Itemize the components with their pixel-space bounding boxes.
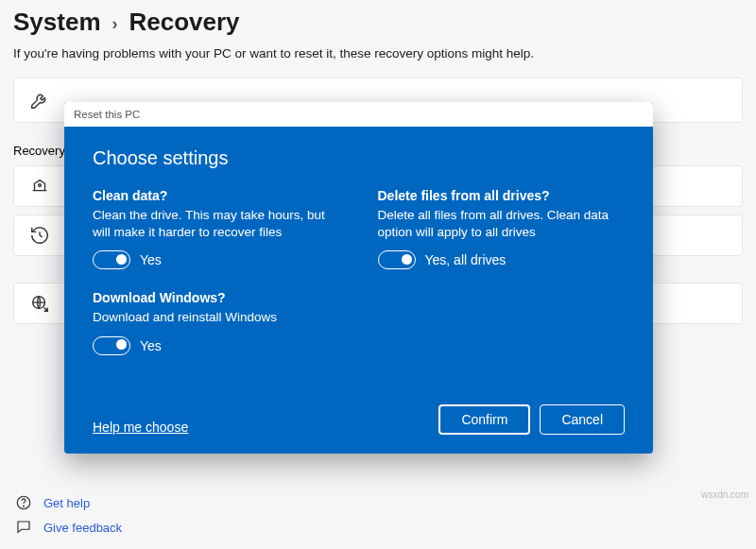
breadcrumb-parent[interactable]: System [13, 8, 101, 37]
dialog-titlebar: Reset this PC [64, 102, 653, 127]
download-toggle-label: Yes [140, 338, 162, 353]
help-icon [15, 494, 32, 511]
feedback-icon [15, 519, 32, 536]
confirm-button[interactable]: Confirm [438, 404, 530, 435]
get-help-link[interactable]: Get help [15, 494, 122, 511]
delete-title: Delete files from all drives? [378, 188, 626, 203]
svg-point-3 [24, 506, 25, 506]
reset-pc-dialog: Reset this PC Choose settings Clean data… [64, 102, 653, 454]
download-title: Download Windows? [93, 290, 340, 305]
delete-desc: Delete all files from all drives. Clean … [378, 207, 626, 241]
footer-links: Get help Give feedback [15, 487, 122, 536]
dialog-heading: Choose settings [93, 147, 625, 169]
clean-data-title: Clean data? [93, 188, 340, 203]
chevron-right-icon: › [112, 14, 118, 34]
history-icon [29, 225, 50, 246]
get-help-label: Get help [43, 496, 90, 510]
delete-toggle-label: Yes, all drives [425, 252, 507, 267]
breadcrumb: System › Recovery [13, 8, 743, 37]
clean-data-toggle-label: Yes [140, 252, 162, 267]
clean-data-toggle[interactable] [93, 250, 130, 269]
download-desc: Download and reinstall Windows [93, 309, 340, 326]
download-toggle[interactable] [93, 336, 130, 355]
watermark: wsxdn.com [701, 489, 748, 500]
globe-arrow-icon [29, 293, 50, 314]
feedback-label: Give feedback [43, 521, 122, 535]
svg-point-0 [39, 184, 42, 187]
cancel-button[interactable]: Cancel [540, 404, 625, 435]
breadcrumb-current: Recovery [129, 8, 240, 37]
clean-data-desc: Clean the drive. This may take hours, bu… [93, 207, 340, 241]
dialog-title: Reset this PC [74, 109, 140, 120]
startup-icon [29, 176, 50, 197]
clean-data-option: Clean data? Clean the drive. This may ta… [93, 188, 340, 269]
page-subtext: If you're having problems with your PC o… [13, 46, 743, 60]
delete-all-drives-option: Delete files from all drives? Delete all… [378, 188, 626, 269]
download-windows-option: Download Windows? Download and reinstall… [93, 290, 340, 354]
delete-toggle[interactable] [378, 250, 416, 269]
feedback-link[interactable]: Give feedback [15, 519, 122, 536]
wrench-icon [29, 90, 50, 111]
help-me-choose-link[interactable]: Help me choose [93, 420, 188, 435]
